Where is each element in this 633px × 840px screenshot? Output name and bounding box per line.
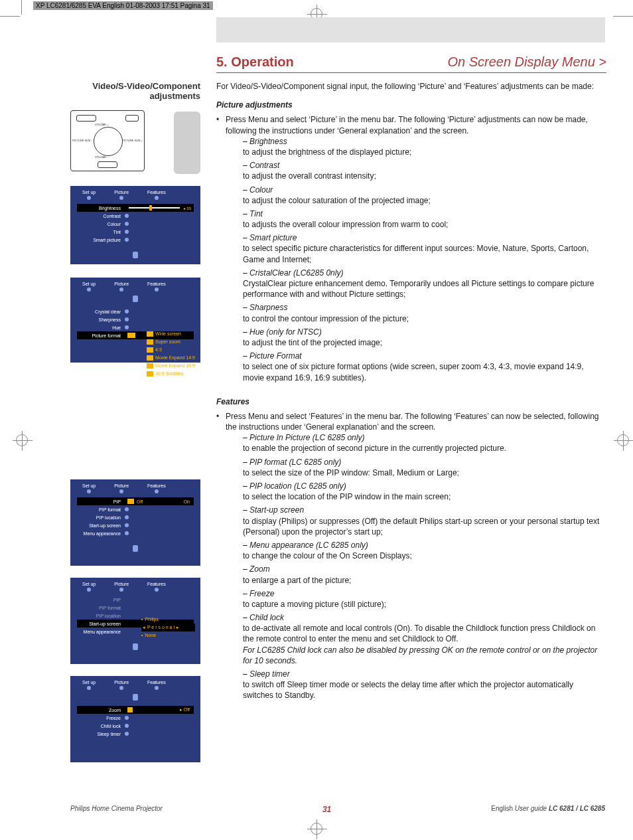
osd-option-selected: ◂P e r s o n a l▸ xyxy=(141,624,195,631)
dot-icon xyxy=(125,317,129,321)
definition-term: Hue (only for NTSC) xyxy=(243,327,322,337)
osd-row: Tint xyxy=(77,228,194,236)
definition-item: Picture Formatto select one of six pictu… xyxy=(243,351,605,383)
definition-extra: For LC6285 Child lock can also be disabl… xyxy=(243,645,597,665)
definition-term: Menu appearance (LC 6285 only) xyxy=(243,541,368,550)
osd-row: PIP format xyxy=(77,505,194,513)
osd-label: Menu appearance xyxy=(77,630,125,634)
definition-desc: to enable the projection of second pictu… xyxy=(243,443,605,454)
osd-label: PIP format xyxy=(77,507,125,512)
crop-mark-icon xyxy=(613,16,633,17)
osd-figure-picture-format: Set up Picture Features Crystal clear Sh… xyxy=(70,278,200,363)
definition-desc: to capture a moving picture (still pictu… xyxy=(243,599,605,610)
menu-button-icon: MENU xyxy=(76,115,96,122)
osd-option: • None xyxy=(141,631,195,639)
osd-tab: Features xyxy=(147,582,166,586)
osd-figure-startup: Set up Picture Features PIP PIP format P… xyxy=(70,578,200,664)
dot-icon xyxy=(125,325,129,329)
definition-desc: to select specific picture characteristi… xyxy=(243,243,605,264)
osd-option-list: Wide screen Super zoom 4:3 Movie Expand … xyxy=(147,330,195,378)
definition-item: Start-up screento display (Philips) or s… xyxy=(243,505,605,537)
dot-icon xyxy=(125,238,129,242)
section-heading-picture: Picture adjustments xyxy=(216,100,605,110)
definition-term: Child lock xyxy=(243,613,284,622)
osd-label: Menu appearance xyxy=(77,531,125,536)
osd-option: • Philips xyxy=(141,616,195,624)
dot-icon xyxy=(125,724,129,728)
format-icon xyxy=(147,371,153,377)
osd-tab: Picture xyxy=(114,190,129,195)
label-volume-plus: VOLUME + xyxy=(95,123,108,126)
definition-item: Contrastto adjust the overall contrast i… xyxy=(243,160,605,181)
lock-icon xyxy=(133,643,138,650)
remote-control-icon xyxy=(174,112,200,174)
definition-item: Tintto adjusts the overall colour impres… xyxy=(243,209,605,230)
definition-desc: to enlarge a part of the picture; xyxy=(243,575,605,586)
osd-figure-brightness: Set up Picture Features Brightness ▸ 35 … xyxy=(70,186,200,264)
lock-icon xyxy=(133,295,138,302)
format-icon xyxy=(147,355,153,361)
definition-desc: to switch off Sleep timer mode or select… xyxy=(243,679,605,701)
bullet-lead: Press Menu and select ‘Features’ in the … xyxy=(226,411,605,701)
definition-term: Freeze xyxy=(243,589,274,598)
definition-item: Picture In Picture (LC 6285 only)to enab… xyxy=(243,432,605,454)
format-icon xyxy=(147,363,153,369)
osd-row: Smart picture xyxy=(77,236,194,244)
definition-desc: CrystalClear picture enhancement demo. T… xyxy=(243,278,605,299)
definition-item: CristalClear (LC6285 0nly)CrystalClear p… xyxy=(243,268,605,300)
definition-term: PIP format (LC 6285 only) xyxy=(243,458,341,467)
control-panel-diagram: MENU VOLUME + VOLUME - PICTURE SIZE - PI… xyxy=(70,110,145,171)
dot-icon xyxy=(87,288,91,292)
osd-tab: Set up xyxy=(82,483,96,488)
dot-icon xyxy=(125,230,129,234)
osd-tab: Picture xyxy=(114,483,129,488)
definition-item: Smart pictureto select specific picture … xyxy=(243,232,605,265)
definition-term: Tint xyxy=(243,209,263,218)
osd-value: ▸ Off xyxy=(180,707,194,713)
osd-label: PIP location xyxy=(77,515,125,520)
definition-term: Picture In Picture (LC 6285 only) xyxy=(243,433,364,442)
source-button-icon xyxy=(98,161,117,168)
osd-tab: Picture xyxy=(114,680,129,685)
osd-tab: Set up xyxy=(82,190,96,195)
dot-icon xyxy=(125,716,129,720)
dot-icon xyxy=(119,196,123,200)
definition-desc: to change the colour of the On Screen Di… xyxy=(243,550,605,561)
osd-label: PIP xyxy=(77,499,125,504)
osd-figure-zoom: Set up Picture Features Zoom ▸ Off Freez… xyxy=(70,676,200,762)
label-picsize-plus: PICTURE SIZE + xyxy=(122,139,143,142)
definition-item: Colourto adjust the colour saturation of… xyxy=(243,185,605,206)
definition-desc: to select one of six picture format opti… xyxy=(243,361,605,382)
osd-label: PIP xyxy=(77,598,125,602)
dot-icon xyxy=(87,489,91,493)
chapter-number: 5. Operation xyxy=(216,54,294,70)
osd-tab: Features xyxy=(147,483,166,488)
dot-icon xyxy=(125,309,129,313)
page-number: 31 xyxy=(322,805,331,814)
definition-desc: to de-activate all remote and local cont… xyxy=(243,623,605,644)
dot-icon xyxy=(119,489,123,493)
osd-row-selected: PIP Off On xyxy=(77,497,194,505)
definition-term: Sleep timer xyxy=(243,669,290,679)
osd-tab: Set up xyxy=(82,282,96,286)
osd-option: Movie Expand 16:9 xyxy=(147,362,195,370)
osd-tab: Picture xyxy=(114,282,129,286)
page-footer: Philips Home Cinema Projector 31 English… xyxy=(70,805,605,814)
definition-item: Child lockto de-activate all remote and … xyxy=(243,612,605,666)
zoom-icon xyxy=(127,707,133,713)
definition-item: Brightnessto adjust the brightness of th… xyxy=(243,136,605,157)
osd-row: PIP location xyxy=(77,513,194,521)
osd-value: ▸ 35 xyxy=(184,206,194,210)
osd-option-list: • Philips ◂P e r s o n a l▸ • None xyxy=(141,616,195,639)
osd-row: Menu appearance xyxy=(77,529,194,537)
footer-right: English User guide LC 6281 / LC 6285 xyxy=(491,805,605,814)
body-text: For Video/S-Video/Component signal input… xyxy=(216,81,605,704)
osd-row: Freeze xyxy=(77,714,194,722)
definition-desc: to control the contour impression of the… xyxy=(243,313,605,324)
dot-icon xyxy=(125,222,129,226)
definition-desc: to adjusts the overall colour impression… xyxy=(243,219,605,230)
definition-item: Zoomto enlarge a part of the picture; xyxy=(243,564,605,585)
dot-icon xyxy=(125,531,129,535)
definition-term: Contrast xyxy=(243,161,279,170)
osd-label: Child lock xyxy=(77,724,125,728)
